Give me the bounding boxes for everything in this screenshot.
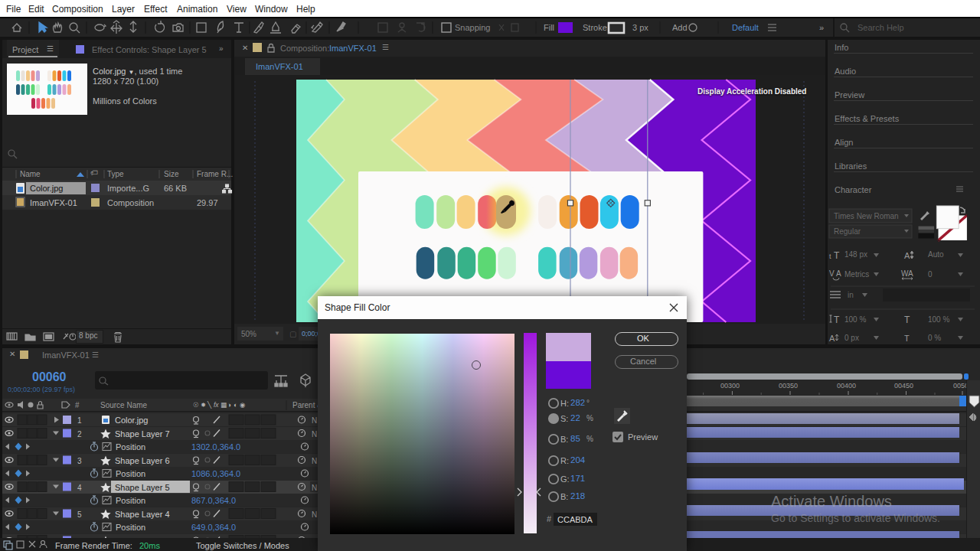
svg-text:A: A [904,251,910,260]
svg-text:Search Help: Search Help [858,23,904,32]
svg-text:4: 4 [77,484,82,492]
svg-text:2: 2 [77,430,82,439]
svg-text:Snapping: Snapping [455,23,491,32]
svg-text:100 %: 100 % [928,315,949,324]
svg-text:Shape Layer 5: Shape Layer 5 [115,483,170,492]
svg-text:Auto: Auto [928,250,944,259]
svg-text:t: t [829,253,831,260]
svg-text:WA: WA [901,269,913,278]
svg-text:Shape Layer 4: Shape Layer 4 [115,510,170,519]
svg-text:Position: Position [116,469,145,478]
svg-text:100 %: 100 % [844,315,866,324]
svg-text:1086.0,364.0: 1086.0,364.0 [191,469,240,478]
svg-text:T: T [904,334,910,343]
svg-text:5: 5 [77,510,82,519]
svg-text:1: 1 [77,416,82,425]
svg-text:Color.jpg: Color.jpg [115,416,148,425]
svg-text:Times New Roman: Times New Roman [834,212,899,220]
svg-text:N: N [312,416,317,425]
svg-text:Stroke: Stroke [583,23,607,32]
svg-text:649.0,364.0: 649.0,364.0 [191,523,236,532]
svg-text:Position: Position [116,442,145,452]
svg-text:Add: Add [672,23,688,32]
svg-text:N: N [312,457,317,465]
svg-text:»: » [819,23,824,32]
svg-text:1302.0,364.0: 1302.0,364.0 [191,442,240,452]
svg-text:0 %: 0 % [928,334,941,342]
svg-text:0: 0 [928,270,933,279]
svg-text:V A: V A [829,269,841,278]
svg-text:Fill: Fill [544,23,554,32]
svg-text:T: T [834,315,840,325]
svg-text:148 px: 148 px [844,250,867,259]
svg-text:Position: Position [116,496,145,505]
svg-text:T: T [904,315,910,325]
svg-text:A: A [829,334,835,343]
svg-text:867.0,364.0: 867.0,364.0 [191,496,236,505]
svg-text:Metrics: Metrics [844,270,869,279]
svg-text:3 px: 3 px [632,23,648,32]
svg-text:in: in [848,291,854,299]
svg-text:Regular: Regular [834,227,861,236]
svg-text:T: T [834,250,840,261]
svg-text:Shape Layer 7: Shape Layer 7 [115,429,170,439]
svg-text:N: N [312,510,317,519]
svg-text:Default: Default [732,23,759,32]
svg-text:N: N [312,430,317,439]
svg-text:Position: Position [116,523,145,532]
svg-text:0 px: 0 px [844,334,859,342]
svg-text:N: N [312,484,317,492]
svg-text:Shape Layer 6: Shape Layer 6 [115,456,170,465]
svg-text:3: 3 [77,457,82,465]
